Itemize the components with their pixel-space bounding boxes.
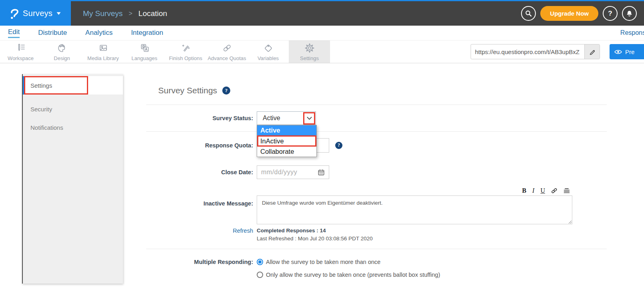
toolbar-label: Finish Options xyxy=(169,55,202,61)
toolbar-label: Workspace xyxy=(8,55,34,61)
inactive-message-label: Inactive Message: xyxy=(146,186,253,207)
toolbar-label: Settings xyxy=(300,55,319,61)
palette-icon xyxy=(56,42,68,54)
sidebar-item-label: Notifications xyxy=(30,124,63,131)
chevron-down-icon xyxy=(307,117,312,120)
eye-icon xyxy=(614,49,622,54)
toolbar-label: Advance Quotas xyxy=(207,55,246,61)
breadcrumb: My Surveys > Location xyxy=(83,9,167,18)
breadcrumb-my-surveys[interactable]: My Surveys xyxy=(83,9,123,18)
inactive-message-row: Inactive Message: B I U xyxy=(146,186,607,224)
response-quota-label: Response Quota: xyxy=(146,142,253,149)
dropdown-option-collaborate[interactable]: Collaborate xyxy=(257,147,316,157)
italic-button[interactable]: I xyxy=(532,187,534,194)
sidebar-item-label: Security xyxy=(30,106,52,113)
header-actions: Upgrade Now ? xyxy=(521,6,644,21)
last-refreshed-text: Last Refreshed : Mon Jul 20 03:08:56 PDT… xyxy=(257,236,372,242)
workspace-icon xyxy=(15,42,27,54)
pencil-icon xyxy=(589,48,596,55)
sidebar-item-settings[interactable]: Settings xyxy=(23,76,123,95)
survey-url-field: https://eu.questionpro.com/t/AB3upBxZ xyxy=(471,44,600,59)
edit-url-button[interactable] xyxy=(584,44,600,59)
tab-distribute[interactable]: Distribute xyxy=(38,29,67,37)
product-switcher[interactable]: Surveys xyxy=(0,1,71,26)
text-format-toolbar: B I U xyxy=(257,186,572,195)
help-button[interactable]: ? xyxy=(603,6,618,21)
survey-nav-tabs: Edit Distribute Analytics Integration Re… xyxy=(0,26,644,40)
bell-icon xyxy=(626,10,633,17)
close-date-placeholder: mm/dd/yyyy xyxy=(261,169,297,176)
annotation-box-select-chevron xyxy=(303,112,315,125)
radio-label: Allow the survey to be taken more than o… xyxy=(266,259,380,265)
close-date-label: Close Date: xyxy=(146,169,253,175)
dropdown-option-inactive[interactable]: InActive xyxy=(257,135,316,147)
top-header: Surveys My Surveys > Location Upgrade No… xyxy=(0,0,644,26)
underline-button[interactable]: U xyxy=(540,187,545,194)
align-icon[interactable] xyxy=(564,188,570,193)
close-date-input[interactable]: mm/dd/yyyy xyxy=(257,165,329,179)
chevron-down-icon xyxy=(56,12,61,15)
dropdown-option-active[interactable]: Active xyxy=(257,125,316,135)
tab-analytics[interactable]: Analytics xyxy=(85,29,113,37)
radio-selected-icon[interactable] xyxy=(257,259,263,265)
upgrade-now-button[interactable]: Upgrade Now xyxy=(540,6,598,21)
preview-label: Pre xyxy=(625,48,634,55)
radio-option-allow-multiple[interactable]: Allow the survey to be taken more than o… xyxy=(257,259,380,265)
responses-link[interactable]: Respons xyxy=(620,29,644,36)
gear-icon xyxy=(304,42,316,54)
preview-button[interactable]: Pre xyxy=(610,44,644,59)
toolbar-item-design[interactable]: Design xyxy=(41,40,83,63)
questionpro-logo-icon xyxy=(10,8,19,20)
refresh-link[interactable]: Refresh xyxy=(233,228,253,234)
settings-content: Settings Security Notifications Survey S… xyxy=(0,63,644,290)
chain-icon xyxy=(221,42,233,54)
tab-integration[interactable]: Integration xyxy=(131,29,163,37)
toolbar-item-advance-quotas[interactable]: Advance Quotas xyxy=(206,40,248,63)
inactive-message-textarea[interactable]: Diese Umfrage wurde vom Eigentümer deakt… xyxy=(257,195,572,224)
sidebar-item-notifications[interactable]: Notifications xyxy=(23,118,123,137)
multiple-responding-label: Multiple Responding: xyxy=(146,259,253,265)
toolbar-label: Media Library xyxy=(87,55,119,61)
survey-url-input[interactable]: https://eu.questionpro.com/t/AB3upBxZ xyxy=(471,44,584,59)
response-quota-help-icon[interactable]: ? xyxy=(335,142,342,149)
close-date-row: Close Date: mm/dd/yyyy xyxy=(146,159,607,186)
page-title: Survey Settings xyxy=(158,86,217,95)
toolbar-item-media-library[interactable]: Media Library xyxy=(83,40,124,63)
toolbar-item-variables[interactable]: Variables xyxy=(248,40,289,63)
bold-button[interactable]: B xyxy=(522,187,526,194)
breadcrumb-separator: > xyxy=(129,10,132,17)
search-button[interactable] xyxy=(521,6,536,21)
toolbar-item-finish-options[interactable]: Finish Options xyxy=(165,40,206,63)
calendar-icon[interactable] xyxy=(318,169,325,176)
page-title-row: Survey Settings ? xyxy=(158,86,230,95)
survey-settings-help-icon[interactable]: ? xyxy=(222,87,230,95)
translate-icon xyxy=(139,42,151,54)
notifications-button[interactable] xyxy=(622,6,637,21)
breadcrumb-current: Location xyxy=(139,9,167,18)
survey-settings-form: Survey Status: Active Active InActive xyxy=(146,105,607,284)
radio-label: Only allow the survey to be taken once (… xyxy=(266,272,440,278)
radio-unselected-icon[interactable] xyxy=(257,272,263,278)
radio-option-only-once[interactable]: Only allow the survey to be taken once (… xyxy=(257,272,440,278)
search-icon xyxy=(525,10,532,17)
tag-icon xyxy=(262,42,274,54)
responses-summary-row: Refresh Completed Responses : 14 Last Re… xyxy=(146,228,607,242)
sidebar-item-label: Settings xyxy=(30,82,52,89)
survey-status-row: Survey Status: Active Active InActive xyxy=(146,105,607,132)
multiple-responding-row: Multiple Responding: Allow the survey to… xyxy=(146,249,607,284)
toolbar-item-workspace[interactable]: Workspace xyxy=(0,40,41,63)
sidebar-item-security[interactable]: Security xyxy=(23,100,123,118)
completed-responses-text: Completed Responses : 14 xyxy=(257,228,326,234)
survey-status-value: Active xyxy=(257,115,280,122)
questionpro-settings-page: Surveys My Surveys > Location Upgrade No… xyxy=(0,0,644,290)
image-icon xyxy=(97,42,109,54)
toolbar-item-settings[interactable]: Settings xyxy=(289,40,330,63)
tab-edit[interactable]: Edit xyxy=(8,28,20,38)
link-icon[interactable] xyxy=(551,188,557,193)
toolbar-label: Languages xyxy=(131,55,157,61)
wand-icon xyxy=(180,42,192,54)
survey-status-select[interactable]: Active xyxy=(257,111,316,125)
toolbar-item-languages[interactable]: Languages xyxy=(124,40,165,63)
survey-status-label: Survey Status: xyxy=(146,115,253,121)
toolbar-label: Variables xyxy=(258,55,279,61)
